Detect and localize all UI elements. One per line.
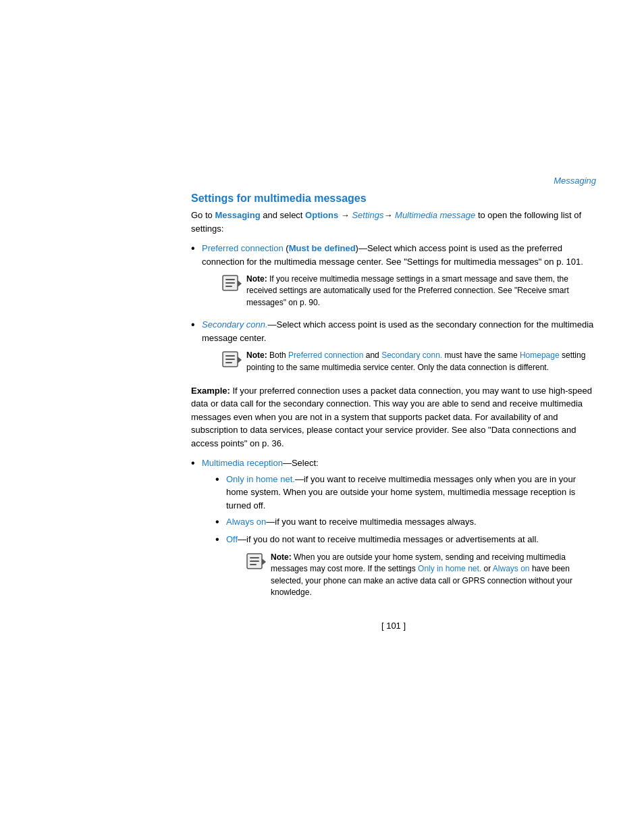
options-link: Options [305,210,338,220]
list-item-reception: • Multimedia reception—Select: • Only in… [191,457,596,607]
note-icon-3 [246,553,265,572]
note-content-2a: Both [267,350,288,360]
section-title: Settings for multimedia messages [191,192,596,205]
page-number-text: [ 101 ] [381,621,406,631]
sub-list-item-always-on: • Always on—if you want to receive multi… [215,515,596,529]
svg-rect-7 [225,355,235,357]
intro-paragraph: Go to Messaging and select Options → Set… [191,209,596,235]
bullet-dot-2: • [191,318,202,332]
always-on-link: Always on [226,517,266,527]
multimedia-link: Multimedia message [395,210,475,220]
svg-rect-2 [225,279,235,280]
note-text-2: Note: Both Preferred connection and Seco… [246,350,596,373]
section-header: Messaging [191,176,596,186]
note-label-3: Note: [271,552,292,562]
list-item-secondary: • Secondary conn.—Select which access po… [191,318,596,379]
sub-bullet-dot-3: • [215,533,226,547]
home-net-content: Only in home net.—if you want to receive… [226,473,596,513]
note-label-2: Note: [246,350,267,360]
note-text-3: Note: When you are outside your home sys… [271,552,596,599]
must-be-defined: Must be defined [289,243,356,253]
note-content-1: If you receive multimedia message settin… [246,274,569,307]
note-box-3: Note: When you are outside your home sys… [246,552,596,599]
bullet-dot-3: • [191,457,202,471]
always-on-link-note: Always on [493,564,530,573]
only-home-net-link: Only in home net. [226,474,295,484]
section-label: Messaging [554,176,596,186]
secondary-conn-link: Secondary conn. [202,319,268,330]
homepage-link: Homepage [520,350,560,360]
svg-rect-14 [250,564,257,565]
intro-arrow1: → [338,210,352,220]
note-label-1: Note: [246,274,267,284]
reception-bullet-list: • Multimedia reception—Select: • Only in… [191,457,596,607]
svg-marker-1 [238,280,242,287]
only-home-net-link-note: Only in home net. [418,564,481,573]
svg-rect-3 [225,282,235,284]
page-number: [ 101 ] [191,621,596,631]
svg-marker-6 [238,357,242,363]
sub-bullet-list: • Only in home net.—if you want to recei… [215,473,596,604]
off-link: Off [226,534,238,544]
svg-rect-12 [250,557,259,558]
secondary-conn-content: Secondary conn.—Select which access poin… [202,318,596,379]
svg-rect-9 [225,362,232,363]
svg-rect-13 [250,561,259,562]
messaging-link[interactable]: Messaging [215,210,260,220]
sub-bullet-dot-2: • [215,515,226,529]
reception-text: —Select: [283,458,319,468]
intro-text-mid1: and select [261,210,306,220]
example-label: Example: [191,386,230,396]
list-item-preferred: • Preferred connection (Must be defined)… [191,242,596,314]
off-content: Off—if you do not want to receive multim… [226,533,596,604]
note-icon-1 [222,275,241,294]
secondary-conn-link-note: Secondary conn. [381,350,442,360]
preferred-connection-link: Preferred connection [202,243,284,253]
settings-link: Settings [352,210,383,220]
off-text: —if you do not want to receive multimedi… [238,534,539,544]
example-text: If your preferred connection uses a pack… [191,386,592,448]
multimedia-reception-link: Multimedia reception [202,458,283,468]
sub-list-item-off: • Off—if you do not want to receive mult… [215,533,596,604]
example-paragraph: Example: If your preferred connection us… [191,384,596,450]
note-box-1: Note: If you receive multimedia message … [222,273,596,309]
sub-bullet-dot-1: • [215,473,226,487]
main-bullet-list: • Preferred connection (Must be defined)… [191,242,596,379]
preferred-conn-link-note: Preferred connection [288,350,363,360]
svg-rect-4 [225,286,232,287]
intro-text-before: Go to [191,210,215,220]
svg-marker-11 [262,558,266,565]
content-area: Messaging Settings for multimedia messag… [191,176,596,631]
note-content-2c: must have the same [442,350,520,360]
page: Messaging Settings for multimedia messag… [0,0,644,834]
note-box-2: Note: Both Preferred connection and Seco… [222,350,596,373]
reception-content: Multimedia reception—Select: • Only in h… [202,457,596,607]
note-text-1: Note: If you receive multimedia message … [246,273,596,309]
preferred-connection-content: Preferred connection (Must be defined)—S… [202,242,596,314]
bullet-dot-1: • [191,242,202,256]
note-content-3b: or [481,564,493,573]
always-on-content: Always on—if you want to receive multime… [226,515,596,529]
sub-list-item-home: • Only in home net.—if you want to recei… [215,473,596,513]
always-on-text: —if you want to receive multimedia messa… [266,517,476,527]
intro-arrow2: → [383,210,395,220]
note-content-2b: and [363,350,381,360]
svg-rect-8 [225,359,235,360]
note-icon-2 [222,351,241,370]
